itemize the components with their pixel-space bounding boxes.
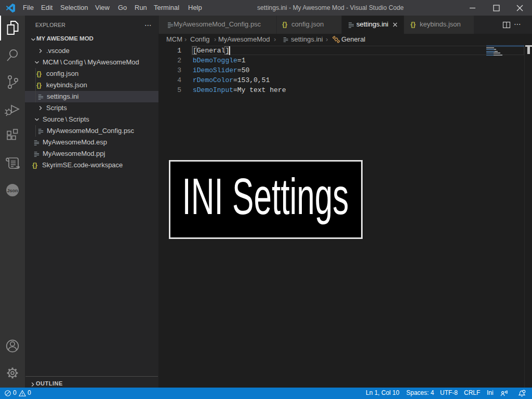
svg-text:Json: Json xyxy=(7,188,18,193)
